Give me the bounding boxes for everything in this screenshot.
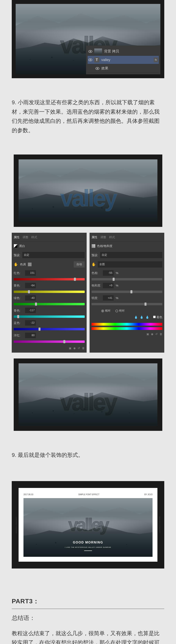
layer-row[interactable]: T valley fx bbox=[88, 56, 159, 64]
slider-cyan[interactable]: 青色: -117 bbox=[14, 306, 85, 314]
eyedropper-icon[interactable]: 💧 bbox=[134, 315, 138, 320]
preset-label: 预设: bbox=[92, 253, 98, 258]
part3-heading: PART3： bbox=[12, 596, 164, 606]
slider-saturation[interactable]: 饱和度: +9 % bbox=[92, 282, 162, 290]
figure-final: 2017.06.03 SIMPLE FONT EFFECT BY JOJO DE… bbox=[12, 481, 164, 568]
slider-red[interactable]: 红色: 151 bbox=[14, 269, 85, 277]
tint-swatch[interactable] bbox=[28, 262, 32, 266]
final-title: SIMPLE FONT EFFECT bbox=[78, 493, 99, 496]
hue-spectrum-result bbox=[92, 327, 162, 330]
radio-absolute[interactable] bbox=[116, 310, 118, 312]
tab-style[interactable]: 样式 bbox=[109, 235, 115, 240]
figure-step8-result: valley 背景 拷贝 T valley fx 效果 bbox=[12, 0, 164, 78]
tab-properties[interactable]: 属性 bbox=[92, 235, 98, 240]
visibility-icon[interactable] bbox=[88, 50, 92, 53]
layer-effect-name: 效果 bbox=[101, 65, 108, 72]
hsl-icon bbox=[92, 244, 96, 248]
visibility-icon[interactable] bbox=[88, 58, 92, 61]
panel-tabs: 属性 调整 样式 bbox=[14, 235, 85, 242]
final-date: 2017.06.03 bbox=[24, 493, 33, 496]
fx-badge[interactable]: fx bbox=[154, 58, 158, 62]
text-layer-icon: T bbox=[94, 57, 99, 62]
adjustment-panels: 属性 调整 样式 黑白 预设: 自定 ✋ 色调 自动 红色: 151 黄色: -… bbox=[12, 233, 164, 352]
tab-adjust[interactable]: 调整 bbox=[100, 235, 106, 240]
preset-select[interactable]: 自定 bbox=[100, 252, 162, 258]
trash-icon[interactable]: 🗑 bbox=[82, 346, 85, 351]
reset-icon[interactable]: ↺ bbox=[78, 346, 80, 351]
hand-icon[interactable]: ✋ bbox=[92, 262, 96, 268]
hue-sat-panel: 属性 调整 样式 色相/饱和度 预设: 自定 ✋ 全图 色相: -55 % 饱和… bbox=[90, 233, 164, 352]
valley-text-overlay: valley bbox=[68, 510, 108, 540]
clip-icon[interactable]: ▣ bbox=[146, 332, 149, 336]
preset-select[interactable]: 自定 bbox=[22, 252, 84, 258]
master-select[interactable]: 全图 bbox=[98, 261, 162, 268]
black-white-panel: 属性 调整 样式 黑白 预设: 自定 ✋ 色调 自动 红色: 151 黄色: -… bbox=[12, 233, 87, 352]
panel-footer-icons: ▣ ◉ ↺ 🗑 bbox=[14, 344, 85, 351]
final-author: BY JOJO bbox=[144, 493, 152, 496]
clip-icon[interactable]: ▣ bbox=[69, 346, 72, 351]
reset-icon[interactable]: ↺ bbox=[155, 332, 158, 336]
slider-lightness[interactable]: 明度: +41 % bbox=[92, 294, 162, 302]
panel-tabs: 属性 调整 样式 bbox=[92, 235, 162, 242]
panel-title-label: 色相/饱和度 bbox=[97, 244, 112, 248]
eyedropper-plus-icon[interactable]: 💧 bbox=[140, 315, 144, 320]
preset-label: 预设: bbox=[14, 253, 20, 258]
tab-adjust[interactable]: 调整 bbox=[22, 235, 28, 240]
colorize-checkbox[interactable] bbox=[153, 316, 156, 318]
valley-text-overlay: valley bbox=[60, 382, 116, 422]
side-label-right: DESIGN CONCEPT bbox=[158, 516, 161, 533]
heading-underline bbox=[12, 608, 164, 609]
step-9-text: 9. 小雨发现这里还有些雾之类的东西，所以就下载了烟的素材，来完善一下效果。选用… bbox=[12, 98, 164, 135]
valley-text-overlay: valley bbox=[60, 178, 116, 218]
tab-style[interactable]: 样式 bbox=[31, 235, 37, 240]
view-icon[interactable]: ◉ bbox=[73, 346, 76, 351]
layers-panel: 背景 拷贝 T valley fx 效果 bbox=[86, 46, 160, 74]
view-icon[interactable]: ◉ bbox=[151, 332, 153, 336]
layer-name: 背景 拷贝 bbox=[104, 48, 119, 54]
slider-blue[interactable]: 蓝色: -22 bbox=[14, 319, 85, 327]
tint-label: 色调 bbox=[20, 262, 26, 267]
slider-magenta[interactable]: 洋红: 80 bbox=[14, 332, 85, 339]
slider-green[interactable]: 绿色: -40 bbox=[14, 294, 85, 302]
good-morning-caption: GOOD MORNING I LIKE THE MYSTERIOUS VALLE… bbox=[65, 540, 111, 551]
layer-name: valley bbox=[101, 57, 110, 63]
step-9b-text: 9. 最后就是做个装饰的形式。 bbox=[12, 450, 164, 460]
hand-icon[interactable]: ✋ bbox=[14, 262, 18, 268]
layer-thumbnail bbox=[94, 48, 102, 54]
layer-row[interactable]: 效果 bbox=[88, 64, 159, 73]
eyedropper-minus-icon[interactable]: 💧 bbox=[146, 315, 149, 320]
side-label-left: DESIGN CONCEPT bbox=[15, 516, 18, 533]
slider-yellow[interactable]: 黄色: -64 bbox=[14, 282, 85, 290]
panel-title-label: 黑白 bbox=[19, 244, 25, 248]
visibility-icon[interactable] bbox=[96, 67, 99, 70]
slider-hue[interactable]: 色相: -55 % bbox=[92, 269, 162, 277]
figure-after-adjust: valley bbox=[14, 358, 162, 431]
panel-footer-icons: ▣ ◉ ↺ 🗑 bbox=[92, 330, 162, 336]
auto-button[interactable]: 自动 bbox=[74, 261, 85, 268]
layer-row[interactable]: 背景 拷贝 bbox=[88, 47, 159, 56]
tab-properties[interactable]: 属性 bbox=[14, 235, 20, 240]
radio-relative[interactable] bbox=[101, 310, 104, 312]
trash-icon[interactable]: 🗑 bbox=[160, 332, 162, 336]
summary-label: 总结语： bbox=[12, 613, 164, 623]
hue-spectrum bbox=[92, 323, 162, 326]
summary-p1: 教程这么结束了，就这么几步，很简单，又有效果，也算是比较实用了，在你没有想出好的… bbox=[12, 629, 164, 644]
bw-icon bbox=[14, 244, 18, 248]
figure-blue-smoke: valley bbox=[14, 154, 162, 227]
